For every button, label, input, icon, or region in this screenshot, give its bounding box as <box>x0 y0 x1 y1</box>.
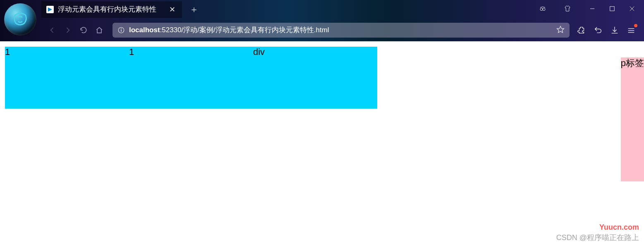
svg-marker-10 <box>557 26 564 32</box>
address-row: localhost:52330/浮动/案例/浮动元素会具有行内块元素特性.htm… <box>0 19 644 41</box>
svg-point-1 <box>543 8 545 11</box>
tshirt-icon[interactable] <box>559 2 576 16</box>
forward-button[interactable] <box>62 24 74 36</box>
window-controls <box>534 2 641 16</box>
tab-favicon-icon <box>46 6 54 13</box>
site-info-icon[interactable] <box>117 26 125 34</box>
back-button[interactable] <box>46 24 58 36</box>
minimize-button[interactable] <box>584 2 601 16</box>
bookmark-star-icon[interactable] <box>556 25 565 35</box>
browser-tab[interactable]: 浮动元素会具有行内块元素特性 ✕ <box>41 1 182 18</box>
tab-title: 浮动元素会具有行内块元素特性 <box>58 5 163 14</box>
incognito-icon[interactable] <box>534 2 551 16</box>
browser-logo <box>4 3 36 36</box>
maximize-button[interactable] <box>603 2 621 16</box>
download-icon[interactable] <box>609 25 620 36</box>
page-content: 1 1 div p标签 Yuucn.com CSDN @程序喵正在路上 <box>0 41 644 245</box>
p-tag-box: p标签 <box>621 57 644 181</box>
home-button[interactable] <box>93 24 105 36</box>
new-tab-button[interactable]: ＋ <box>182 3 206 16</box>
watermark-csdn: CSDN @程序喵正在路上 <box>556 233 639 243</box>
float-box-3: div <box>253 47 377 109</box>
svg-marker-6 <box>48 7 52 12</box>
undo-icon[interactable] <box>593 25 603 36</box>
close-window-button[interactable] <box>623 2 641 16</box>
svg-rect-3 <box>610 7 615 11</box>
toolbar-right <box>574 25 639 36</box>
reload-button[interactable] <box>78 24 89 36</box>
watermark-site: Yuucn.com <box>599 223 639 232</box>
float-box-1: 1 <box>5 47 129 109</box>
url-bar[interactable]: localhost:52330/浮动/案例/浮动元素会具有行内块元素特性.htm… <box>113 23 570 38</box>
browser-chrome: 浮动元素会具有行内块元素特性 ✕ ＋ localhost:52330/浮动/案例… <box>0 0 644 41</box>
extensions-icon[interactable] <box>576 25 587 36</box>
menu-icon[interactable] <box>626 25 637 36</box>
tab-close-icon[interactable]: ✕ <box>168 5 177 14</box>
float-box-2: 1 <box>129 47 253 109</box>
url-text: localhost:52330/浮动/案例/浮动元素会具有行内块元素特性.htm… <box>129 25 552 35</box>
svg-point-0 <box>540 8 543 11</box>
svg-point-9 <box>121 28 122 29</box>
